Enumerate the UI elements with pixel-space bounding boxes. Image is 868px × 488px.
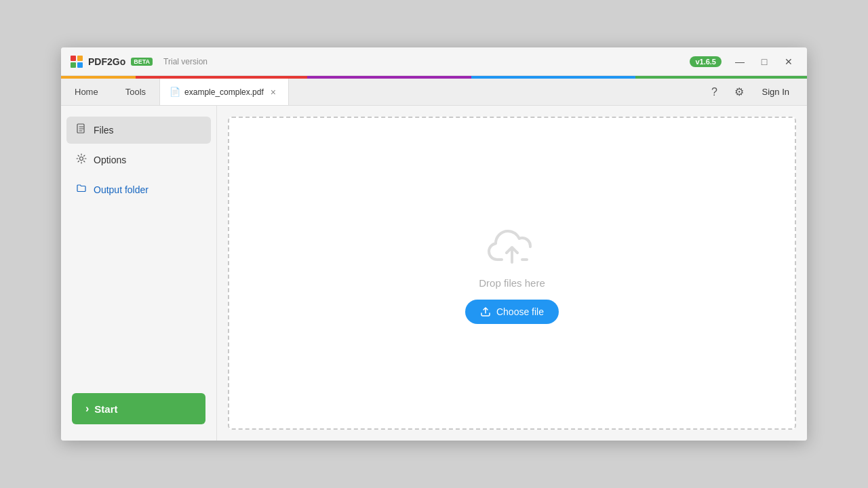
file-tab-name: example_complex.pdf <box>184 87 264 97</box>
output-folder-icon <box>76 183 87 197</box>
options-icon <box>76 153 87 167</box>
window-controls: — □ ✕ <box>730 52 799 71</box>
sidebar-item-options[interactable]: Options <box>66 146 211 174</box>
files-icon <box>76 123 87 137</box>
tools-tab[interactable]: Tools <box>112 79 159 105</box>
settings-button[interactable]: ⚙ <box>728 81 750 103</box>
start-button[interactable]: › Start <box>72 393 205 424</box>
sidebar-item-files[interactable]: Files <box>66 117 211 144</box>
app-logo-icon <box>69 54 84 69</box>
file-tab[interactable]: 📄 example_complex.pdf × <box>159 79 289 105</box>
cloud-upload-icon <box>485 223 539 269</box>
sidebar-output-folder-label: Output folder <box>94 184 149 195</box>
upload-icon-wrap: Drop files here <box>479 223 545 289</box>
sidebar: Files Options Output folder › Start <box>61 106 217 441</box>
sidebar-item-output-folder[interactable]: Output folder <box>66 176 211 203</box>
tab-bar-actions: ? ⚙ Sign In <box>704 79 807 105</box>
drop-text: Drop files here <box>479 277 545 289</box>
choose-file-button[interactable]: Choose file <box>465 300 559 324</box>
main-window: PDF2Go BETA Trial version v1.6.5 — □ ✕ H… <box>61 47 807 441</box>
svg-rect-1 <box>71 56 76 61</box>
tab-bar: Home Tools 📄 example_complex.pdf × ? ⚙ S… <box>61 79 807 106</box>
start-chevron-icon: › <box>85 403 89 415</box>
home-tab[interactable]: Home <box>61 79 112 105</box>
svg-point-6 <box>80 157 83 161</box>
trial-label: Trial version <box>163 57 208 66</box>
pdf-file-icon: 📄 <box>170 87 180 97</box>
help-button[interactable]: ? <box>704 81 726 103</box>
beta-badge: BETA <box>131 58 153 66</box>
sign-in-button[interactable]: Sign In <box>753 84 799 100</box>
drop-zone[interactable]: Drop files here Choose file <box>228 117 796 430</box>
file-tab-close-button[interactable]: × <box>268 85 279 99</box>
app-logo: PDF2Go BETA <box>69 54 153 69</box>
svg-rect-4 <box>77 62 83 68</box>
choose-file-label: Choose file <box>496 306 544 317</box>
svg-rect-3 <box>71 62 76 68</box>
app-name-label: PDF2Go <box>88 56 125 67</box>
drop-zone-area: Drop files here Choose file <box>217 106 807 441</box>
title-bar: PDF2Go BETA Trial version v1.6.5 — □ ✕ <box>61 47 807 76</box>
sidebar-files-label: Files <box>94 125 114 136</box>
sidebar-options-label: Options <box>94 155 126 165</box>
start-label: Start <box>94 403 117 415</box>
version-badge: v1.6.5 <box>690 56 722 67</box>
choose-file-upload-icon <box>480 306 491 317</box>
maximize-button[interactable]: □ <box>754 52 774 71</box>
svg-rect-2 <box>77 56 83 61</box>
minimize-button[interactable]: — <box>730 52 750 71</box>
main-content: Files Options Output folder › Start <box>61 106 807 441</box>
close-button[interactable]: ✕ <box>778 52 799 71</box>
